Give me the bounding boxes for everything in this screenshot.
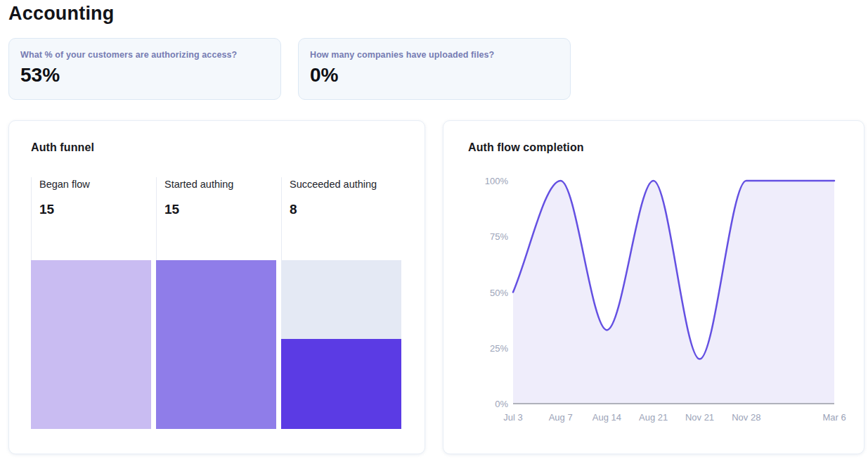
area-line-svg: [513, 181, 834, 404]
funnel-step-value: 8: [290, 202, 406, 217]
funnel-step-label: Began flow: [39, 179, 156, 190]
y-tick-label: 75%: [490, 231, 508, 242]
funnel-columns: Began flow15Started authing15Succeeded a…: [31, 177, 406, 429]
area-fill: [513, 181, 834, 404]
dashboard-page: Accounting What % of your customers are …: [0, 0, 868, 454]
x-tick-label: Aug 14: [592, 412, 621, 423]
funnel-column-header: Succeeded authing8: [281, 177, 406, 260]
funnel-step-value: 15: [164, 202, 281, 217]
auth-flow-completion-card: Auth flow completion 0%25%50%75%100% Jul…: [443, 120, 864, 454]
funnel-column-header: Started authing15: [156, 177, 281, 260]
x-tick-label: Nov 21: [685, 412, 714, 423]
x-tick-label: Aug 21: [639, 412, 668, 423]
page-title: Accounting: [8, 3, 868, 25]
y-axis: 0%25%50%75%100%: [443, 181, 513, 404]
x-axis: Jul 3Aug 7Aug 14Aug 21Nov 21Nov 28Mar 6: [513, 404, 834, 428]
x-tick-label: Nov 28: [732, 412, 760, 423]
auth-flow-completion-chart: 0%25%50%75%100% Jul 3Aug 7Aug 14Aug 21No…: [443, 181, 864, 404]
charts-row: Auth funnel Began flow15Started authing1…: [8, 120, 868, 454]
stats-row: What % of your customers are authorizing…: [8, 38, 868, 100]
funnel-bar-track: [156, 260, 276, 429]
funnel-column: Started authing15: [156, 177, 281, 429]
funnel-bar: [156, 260, 276, 429]
funnel-bar-track: [281, 260, 401, 429]
x-tick-label: Mar 6: [822, 412, 846, 423]
stat-question: How many companies have uploaded files?: [310, 50, 559, 60]
y-tick-label: 25%: [490, 342, 508, 353]
funnel-column-header: Began flow15: [31, 177, 156, 260]
plot-area: Jul 3Aug 7Aug 14Aug 21Nov 21Nov 28Mar 6: [513, 181, 834, 404]
auth-funnel-card: Auth funnel Began flow15Started authing1…: [8, 120, 425, 454]
stat-value: 0%: [310, 64, 559, 86]
funnel-bar: [281, 339, 401, 429]
funnel-title: Auth funnel: [31, 141, 406, 154]
line-chart-title: Auth flow completion: [468, 141, 864, 154]
x-tick-label: Jul 3: [503, 412, 522, 423]
funnel-column: Succeeded authing8: [281, 177, 406, 429]
funnel-step-value: 15: [39, 202, 156, 217]
y-tick-label: 100%: [485, 176, 508, 186]
y-tick-label: 50%: [490, 287, 508, 297]
stat-question: What % of your customers are authorizing…: [20, 50, 269, 60]
funnel-bar-track: [31, 260, 151, 429]
x-tick-label: Aug 7: [549, 412, 573, 423]
funnel-step-label: Started authing: [164, 179, 281, 190]
y-tick-label: 0%: [495, 399, 508, 409]
stat-value: 53%: [20, 64, 269, 86]
funnel-column: Began flow15: [31, 177, 156, 429]
stat-card-uploaded-files: How many companies have uploaded files? …: [298, 38, 571, 100]
stat-card-authorizing-access: What % of your customers are authorizing…: [8, 38, 281, 100]
funnel-step-label: Succeeded authing: [290, 179, 406, 190]
funnel-bar: [31, 260, 151, 429]
